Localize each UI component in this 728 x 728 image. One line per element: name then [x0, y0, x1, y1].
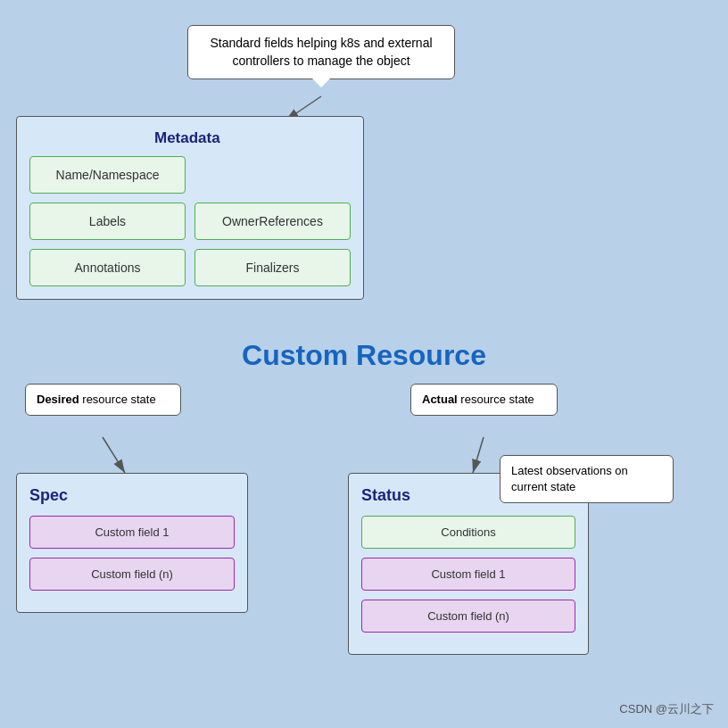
status-conditions: Conditions	[361, 516, 575, 549]
metadata-box: Metadata Name/Namespace Labels OwnerRefe…	[16, 116, 364, 300]
spec-callout-bold: Desired	[37, 393, 79, 406]
metadata-annotations: Annotations	[29, 249, 186, 286]
metadata-name-namespace: Name/Namespace	[29, 156, 186, 194]
metadata-finalizers: Finalizers	[194, 249, 351, 286]
spec-title: Spec	[29, 486, 235, 505]
status-field-1: Custom field 1	[361, 558, 575, 591]
status-field-n: Custom field (n)	[361, 600, 575, 633]
metadata-labels: Labels	[29, 203, 186, 240]
spec-callout: Desired resource state	[25, 384, 181, 416]
status-callout: Actual resource state	[410, 384, 558, 416]
status-callout-bold: Actual	[422, 393, 458, 406]
top-callout-text: Standard fields helping k8s and external…	[210, 36, 432, 68]
top-callout: Standard fields helping k8s and external…	[187, 25, 455, 79]
spec-field-1: Custom field 1	[29, 516, 235, 549]
spec-field-n: Custom field (n)	[29, 558, 235, 591]
spec-callout-rest: resource state	[79, 393, 156, 406]
svg-line-4	[473, 437, 484, 473]
metadata-owner-references: OwnerReferences	[194, 203, 351, 240]
status-callout-rest: resource state	[458, 393, 534, 406]
observations-text: Latest observations on current state	[511, 464, 628, 493]
observations-callout: Latest observations on current state	[500, 455, 674, 503]
watermark: CSDN @云川之下	[619, 701, 714, 717]
custom-resource-title: Custom Resource	[0, 339, 728, 372]
metadata-grid: Name/Namespace Labels OwnerReferences An…	[29, 156, 351, 286]
metadata-title: Metadata	[154, 129, 351, 147]
svg-line-3	[103, 437, 125, 473]
spec-box: Spec Custom field 1 Custom field (n)	[16, 473, 248, 613]
